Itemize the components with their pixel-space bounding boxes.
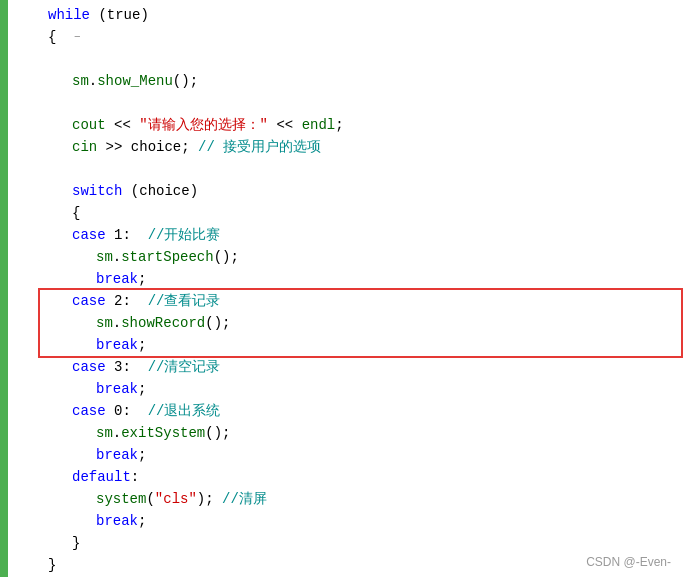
watermark: CSDN @-Even- <box>586 555 671 569</box>
code-line: cout << "请输入您的选择：" << endl; <box>48 114 673 136</box>
code-line <box>48 48 673 70</box>
code-line: break; <box>48 334 673 356</box>
code-line <box>48 92 673 114</box>
code-line: sm.startSpeech(); <box>48 246 673 268</box>
code-line: sm.showRecord(); <box>48 312 673 334</box>
code-line: } <box>48 532 673 554</box>
code-line: { <box>48 26 673 48</box>
code-line <box>48 158 673 180</box>
code-line: break; <box>48 268 673 290</box>
code-line: break; <box>48 510 673 532</box>
code-line: default: <box>48 466 673 488</box>
code-area: − while (true){sm.show_Menu();cout << "请… <box>38 0 683 577</box>
code-container: − while (true){sm.show_Menu();cout << "请… <box>0 0 683 577</box>
code-line: while (true) <box>48 4 673 26</box>
code-line: case 2: //查看记录 <box>48 290 673 312</box>
code-line: case 3: //清空记录 <box>48 356 673 378</box>
code-line: } <box>48 554 673 576</box>
code-line: cin >> choice; // 接受用户的选项 <box>48 136 673 158</box>
code-line: case 1: //开始比赛 <box>48 224 673 246</box>
code-line: system("cls"); //清屏 <box>48 488 673 510</box>
code-line: { <box>48 202 673 224</box>
code-line: break; <box>48 378 673 400</box>
code-line: break; <box>48 444 673 466</box>
code-line: sm.exitSystem(); <box>48 422 673 444</box>
left-bar <box>0 0 8 577</box>
line-numbers <box>8 0 38 577</box>
code-line: case 0: //退出系统 <box>48 400 673 422</box>
code-line: switch (choice) <box>48 180 673 202</box>
code-line: sm.show_Menu(); <box>48 70 673 92</box>
